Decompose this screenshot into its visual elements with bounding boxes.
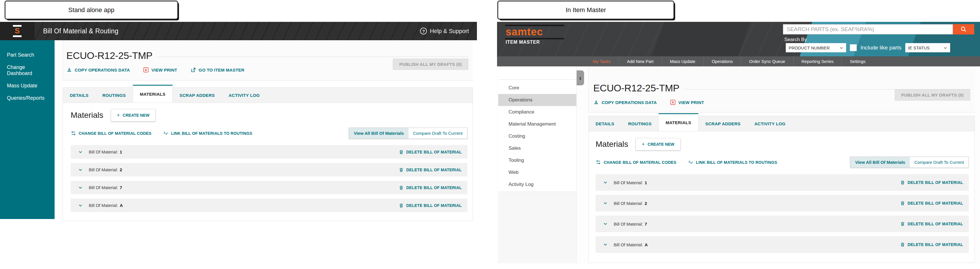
- chevron-down-icon[interactable]: [603, 201, 608, 206]
- tab-routings[interactable]: ROUTINGS: [621, 116, 659, 131]
- delete-bom-button[interactable]: DELETE BILL OF MATERIAL: [399, 167, 462, 172]
- chevron-down-icon[interactable]: [78, 203, 83, 208]
- chevron-down-icon[interactable]: [603, 242, 608, 247]
- materials-section-title: Materials: [71, 111, 103, 120]
- sidebar-item-compliance[interactable]: Compliance: [498, 106, 576, 118]
- bom-row-2: Bill Of Material:2 DELETE BILL OF MATERI…: [71, 163, 468, 177]
- link-bom-to-routings-button[interactable]: LINK BILL OF MATERIALS TO ROUTINGS: [688, 159, 777, 165]
- chevron-down-icon[interactable]: [603, 221, 608, 226]
- nav-add-new-part[interactable]: Add New Part: [619, 56, 662, 66]
- link-bom-to-routings-button[interactable]: LINK BILL OF MATERIALS TO ROUTINGS: [163, 131, 252, 136]
- delete-bom-button[interactable]: DELETE BILL OF MATERIAL: [900, 180, 963, 185]
- delete-bom-button[interactable]: DELETE BILL OF MATERIAL: [900, 201, 963, 206]
- materials-card: DETAILS ROUTINGS MATERIALS SCRAP ADDERS …: [63, 88, 473, 221]
- create-new-button[interactable]: + CREATE NEW: [111, 109, 156, 121]
- tab-details[interactable]: DETAILS: [589, 116, 621, 131]
- tab-activity-log[interactable]: ACTIVITY LOG: [222, 88, 267, 103]
- nav-settings[interactable]: Settings: [842, 56, 873, 66]
- bom-row-1: Bill Of Material:1 DELETE BILL OF MATERI…: [596, 174, 969, 191]
- bom-row-2: Bill Of Material:2 DELETE BILL OF MATERI…: [596, 195, 969, 212]
- view-print-button[interactable]: A VIEW PRINT: [143, 67, 177, 73]
- tab-scrap-adders[interactable]: SCRAP ADDERS: [173, 88, 222, 103]
- bom-row-label: Bill Of Material:A: [89, 203, 123, 208]
- publish-all-drafts-button[interactable]: PUBLISH ALL MY DRAFTS (0): [895, 89, 970, 100]
- tab-materials[interactable]: MATERIALS: [133, 85, 173, 103]
- sidebar-item-part-search[interactable]: Part Search: [0, 49, 54, 61]
- sidebar-item-activity-log[interactable]: Activity Log: [498, 178, 576, 191]
- tab-scrap-adders[interactable]: SCRAP ADDERS: [698, 116, 748, 131]
- materials-tab-panel: Materials + CREATE NEW CHANGE BILL OF MA…: [63, 103, 473, 221]
- nav-my-tasks[interactable]: My Tasks: [585, 56, 619, 66]
- include-like-parts-label: Include like parts: [861, 45, 902, 51]
- sidebar-item-core[interactable]: Core: [498, 82, 576, 94]
- item-master-panel: In Item Master samtec ITEM MASTER Search…: [497, 0, 980, 269]
- nav-order-sync-queue[interactable]: Order Sync Queue: [741, 56, 793, 66]
- samtec-logo-button[interactable]: S: [0, 22, 35, 40]
- search-parts-input[interactable]: [783, 24, 953, 35]
- help-support-button[interactable]: ? Help & Support: [420, 28, 469, 35]
- change-bom-codes-button[interactable]: CHANGE BILL OF MATERIAL CODES: [596, 159, 676, 165]
- item-master-header: samtec ITEM MASTER Search By PRODUCT NUM…: [497, 22, 980, 56]
- nav-reporting-series[interactable]: Reporting Series: [793, 56, 842, 66]
- samtec-wordmark: samtec: [505, 26, 564, 38]
- delete-bom-button[interactable]: DELETE BILL OF MATERIAL: [900, 221, 963, 226]
- delete-bom-button[interactable]: DELETE BILL OF MATERIAL: [399, 185, 462, 190]
- sidebar-item-change-dashboard[interactable]: Change Dashboard: [0, 61, 54, 80]
- create-new-button[interactable]: + CREATE NEW: [636, 138, 681, 150]
- tab-details[interactable]: DETAILS: [63, 88, 95, 103]
- tab-materials[interactable]: MATERIALS: [659, 113, 698, 131]
- search-by-select[interactable]: PRODUCT NUMBER: [786, 43, 846, 52]
- compare-draft-button[interactable]: Compare Draft To Current: [409, 127, 468, 139]
- tab-strip: DETAILS ROUTINGS MATERIALS SCRAP ADDERS …: [589, 116, 975, 131]
- samtec-s-icon: S: [13, 25, 22, 37]
- copy-operations-data-button[interactable]: COPY OPERATIONS DATA: [593, 99, 657, 105]
- sidebar-item-mass-update[interactable]: Mass Update: [0, 80, 54, 92]
- view-all-bom-button[interactable]: View All Bill Of Materials: [850, 157, 910, 168]
- publish-all-drafts-button[interactable]: PUBLISH ALL MY DRAFTS (0): [393, 59, 468, 70]
- sidebar-item-material-management[interactable]: Material Management: [498, 118, 576, 130]
- trash-icon: [399, 150, 404, 154]
- search-button[interactable]: [953, 24, 974, 35]
- bom-toolbar: CHANGE BILL OF MATERIAL CODES LINK BILL …: [71, 127, 468, 139]
- bom-row-7: Bill Of Material:7 DELETE BILL OF MATERI…: [596, 216, 969, 232]
- include-like-parts-checkbox[interactable]: [850, 44, 857, 51]
- change-bom-codes-button[interactable]: CHANGE BILL OF MATERIAL CODES: [71, 131, 151, 136]
- chevron-down-icon[interactable]: [603, 180, 608, 185]
- copy-operations-data-button[interactable]: COPY OPERATIONS DATA: [66, 67, 130, 73]
- delete-bom-button[interactable]: DELETE BILL OF MATERIAL: [399, 150, 462, 154]
- nav-operations[interactable]: Operations: [703, 56, 741, 66]
- tab-strip: DETAILS ROUTINGS MATERIALS SCRAP ADDERS …: [63, 88, 473, 103]
- plus-icon: +: [642, 142, 645, 147]
- svg-text:A: A: [145, 68, 147, 72]
- app-title: Bill Of Material & Routing: [43, 27, 118, 35]
- nav-mass-update[interactable]: Mass Update: [662, 56, 703, 66]
- sidebar-item-costing[interactable]: Costing: [498, 130, 576, 142]
- pdf-icon: A: [143, 67, 149, 73]
- sidebar-item-operations[interactable]: Operations: [498, 94, 576, 106]
- samtec-logo[interactable]: samtec: [505, 25, 564, 39]
- view-print-button[interactable]: A VIEW PRINT: [670, 99, 704, 105]
- bom-row-label: Bill Of Material:1: [89, 150, 122, 154]
- trash-icon: [900, 180, 905, 185]
- sidebar-item-tooling[interactable]: Tooling: [498, 154, 576, 166]
- tab-routings[interactable]: ROUTINGS: [95, 88, 133, 103]
- chevron-down-icon[interactable]: [78, 167, 83, 172]
- chevron-down-icon[interactable]: [78, 185, 83, 190]
- trash-icon: [399, 185, 404, 190]
- view-all-bom-button[interactable]: View All Bill Of Materials: [349, 127, 408, 139]
- delete-bom-button[interactable]: DELETE BILL OF MATERIAL: [900, 242, 963, 247]
- sidebar-collapse-button[interactable]: ‹: [577, 70, 584, 85]
- delete-bom-button[interactable]: DELETE BILL OF MATERIAL: [399, 203, 462, 208]
- chevron-down-icon[interactable]: [78, 150, 83, 154]
- plus-icon: +: [117, 113, 120, 118]
- sidebar-item-queries-reports[interactable]: Queries/Reports: [0, 92, 54, 104]
- item-master-sidebar: Core Operations Compliance Material Mana…: [498, 66, 577, 263]
- trash-icon: [399, 203, 404, 208]
- help-icon: ?: [420, 28, 427, 35]
- tab-activity-log[interactable]: ACTIVITY LOG: [748, 116, 792, 131]
- ie-status-select[interactable]: IE STATUS: [905, 43, 950, 52]
- sidebar-item-web[interactable]: Web: [498, 166, 576, 178]
- sidebar-item-sales[interactable]: Sales: [498, 142, 576, 154]
- go-to-item-master-button[interactable]: GO TO ITEM MASTER: [191, 67, 245, 73]
- compare-draft-button[interactable]: Compare Draft To Current: [910, 157, 969, 168]
